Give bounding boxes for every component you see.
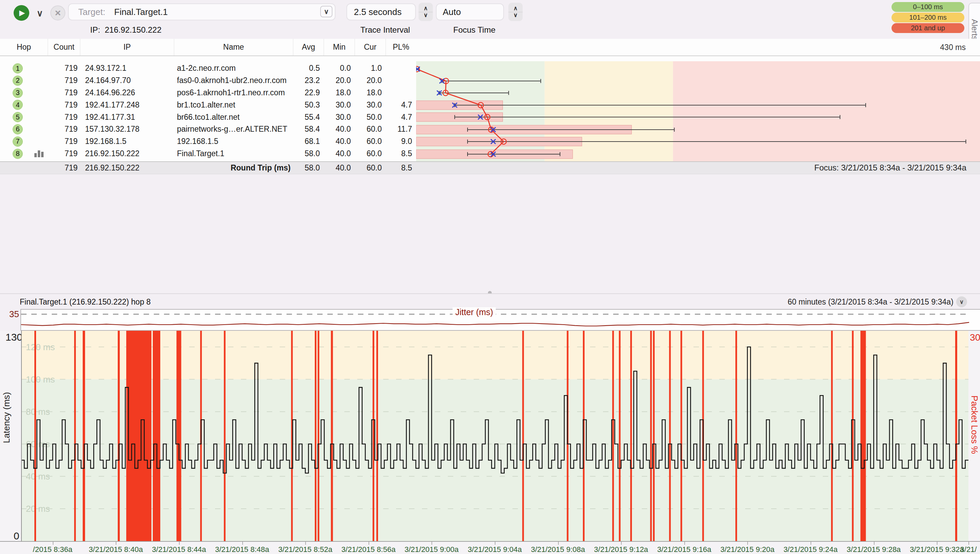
hop-count: 719 bbox=[48, 137, 80, 146]
hop-count: 719 bbox=[48, 76, 80, 85]
latency-timeline[interactable]: 130 0 Latency (ms) 30 Packet Loss % 120 … bbox=[0, 331, 980, 541]
bar-chart-icon[interactable] bbox=[34, 150, 43, 157]
focus-time-value: Auto bbox=[443, 7, 461, 18]
target-dropdown-button[interactable]: ∨ bbox=[320, 6, 332, 18]
hop-pl: 11.7 bbox=[386, 124, 416, 134]
y-axis-min-label: 0 bbox=[14, 530, 19, 542]
axis-tick-label: 3/21/2015 9:32a bbox=[910, 545, 964, 554]
table-row[interactable]: 8719216.92.150.222Final.Target.158.040.0… bbox=[0, 148, 416, 160]
hop-avg: 0.5 bbox=[293, 64, 324, 73]
table-row[interactable]: 271924.164.97.70fas0-0.akrnoh1-ubr2.neo.… bbox=[0, 75, 416, 87]
y-axis-max-label: 130 bbox=[5, 331, 22, 343]
hop-number-badge: 8 bbox=[13, 149, 23, 159]
axis-tick-label: 3/21/2015 9:04a bbox=[468, 545, 522, 554]
axis-tick-label: 3/21/2015 8:48a bbox=[215, 545, 269, 554]
table-row[interactable]: 7719192.168.1.5192.168.1.568.140.060.09.… bbox=[0, 135, 416, 148]
latency-plot[interactable]: 120 ms100 ms80 ms60 ms40 ms20 ms bbox=[21, 331, 969, 541]
stepper-up-icon[interactable]: ∧ bbox=[508, 5, 523, 12]
hop-name: br1.tco1.alter.net bbox=[174, 100, 293, 110]
stepper-down-icon[interactable]: ∨ bbox=[508, 12, 523, 19]
hop-min: 40.0 bbox=[324, 124, 355, 134]
axis-tick bbox=[684, 542, 685, 545]
col-header-pl: PL% bbox=[386, 39, 416, 56]
jitter-graph bbox=[21, 310, 980, 330]
hop-count: 719 bbox=[48, 149, 80, 158]
start-trace-button[interactable]: ▶ bbox=[14, 5, 29, 21]
jitter-strip[interactable] bbox=[21, 309, 980, 331]
col-header-min: Min bbox=[324, 39, 355, 56]
legend-pill-yellow: 101–200 ms bbox=[891, 13, 964, 22]
hop-pl: 9.0 bbox=[386, 137, 416, 146]
hop-number-badge: 3 bbox=[13, 88, 23, 98]
table-header: Hop Count IP Name Avg Min Cur PL% bbox=[0, 39, 980, 56]
timeline-range-label: 60 minutes (3/21/2015 8:34a - 3/21/2015 … bbox=[788, 298, 953, 307]
table-row[interactable]: 4719192.41.177.248br1.tco1.alter.net50.3… bbox=[0, 99, 416, 111]
play-icon: ▶ bbox=[19, 8, 25, 18]
ip-readout: IP: 216.92.150.222 bbox=[90, 25, 162, 35]
table-row[interactable]: 6719157.130.32.178pairnetworks-g…er.ALTE… bbox=[0, 123, 416, 135]
jitter-threshold-label: 35 bbox=[8, 309, 19, 320]
target-input-value: Final.Target.1 bbox=[115, 7, 168, 18]
axis-tick-label: 3/21/2015 9:08a bbox=[531, 545, 585, 554]
table-row[interactable]: 171924.93.172.1a1-2c.neo.rr.com0.50.01.0 bbox=[0, 62, 416, 75]
axis-tick bbox=[621, 542, 622, 545]
timeline-range-chevron-button[interactable]: ∨ bbox=[956, 296, 967, 307]
hop-pl: 4.7 bbox=[386, 113, 416, 122]
hop-avg: 55.4 bbox=[293, 113, 324, 122]
hop-min: 0.0 bbox=[324, 64, 355, 73]
hop-avg: 23.2 bbox=[293, 76, 324, 85]
col-header-hop: Hop bbox=[0, 39, 48, 56]
stop-trace-button[interactable]: × bbox=[50, 5, 65, 21]
axis-tick-label: 3/21/2015 9:16a bbox=[657, 545, 711, 554]
axis-tick bbox=[811, 542, 811, 545]
axis-tick bbox=[937, 542, 937, 545]
svg-text:40 ms: 40 ms bbox=[26, 471, 50, 482]
svg-text:20 ms: 20 ms bbox=[26, 504, 50, 514]
stepper-up-icon[interactable]: ∧ bbox=[418, 5, 433, 12]
hop-pl: 8.5 bbox=[386, 149, 416, 158]
trace-interval-stepper[interactable]: ∧ ∨ bbox=[418, 3, 433, 21]
pl-axis-title: Packet Loss % bbox=[969, 395, 980, 454]
axis-tick-label: 3/21/2015 9:20a bbox=[721, 545, 775, 554]
col-header-name: Name bbox=[174, 39, 293, 56]
trace-overview-graph[interactable] bbox=[416, 61, 980, 161]
focus-time-stepper[interactable]: ∧ ∨ bbox=[508, 3, 523, 21]
hop-number-badge: 2 bbox=[13, 76, 23, 86]
hop-avg: 50.3 bbox=[293, 100, 324, 110]
hop-count: 719 bbox=[48, 113, 80, 122]
hop-name: 192.168.1.5 bbox=[174, 137, 293, 146]
svg-text:120 ms: 120 ms bbox=[26, 342, 55, 352]
col-header-cur: Cur bbox=[355, 39, 386, 56]
table-row[interactable]: 5719192.41.177.31br66.tco1.alter.net55.4… bbox=[0, 111, 416, 123]
pingplotter-window: ▶ ∨ × Target: Final.Target.1 ∨ 2.5 secon… bbox=[0, 0, 980, 554]
trace-interval-input[interactable]: 2.5 seconds bbox=[347, 3, 416, 21]
trace-interval-value: 2.5 seconds bbox=[354, 7, 401, 18]
hop-cur: 50.0 bbox=[355, 113, 386, 122]
trace-options-chevron-icon[interactable]: ∨ bbox=[35, 8, 45, 18]
axis-tick-label: /2015 8:36a bbox=[33, 545, 73, 554]
hop-count: 719 bbox=[48, 88, 80, 97]
rt-min: 40.0 bbox=[324, 163, 355, 172]
rt-avg: 58.0 bbox=[293, 163, 324, 172]
hop-count: 719 bbox=[48, 64, 80, 73]
time-axis: /2015 8:36a3/21/2015 8:40a3/21/2015 8:44… bbox=[0, 541, 980, 554]
focus-time-input[interactable]: Auto bbox=[436, 3, 504, 21]
latency-legend: 0–100 ms 101–200 ms 201 and up bbox=[891, 2, 964, 33]
pl-axis-max-label: 30 bbox=[970, 332, 980, 343]
col-header-count: Count bbox=[48, 39, 80, 56]
stepper-down-icon[interactable]: ∨ bbox=[418, 12, 433, 19]
hop-cur: 60.0 bbox=[355, 137, 386, 146]
hop-min: 30.0 bbox=[324, 113, 355, 122]
target-input[interactable]: Target: Final.Target.1 ∨ bbox=[68, 3, 336, 21]
hop-cur: 60.0 bbox=[355, 149, 386, 158]
axis-tick-label: 3/21/ bbox=[960, 545, 977, 554]
axis-tick bbox=[969, 542, 969, 545]
table-row[interactable]: 371924.164.96.226pos6-1.akrnoh1-rtr1.neo… bbox=[0, 87, 416, 99]
hop-name: pos6-1.akrnoh1-rtr1.neo.rr.com bbox=[174, 88, 293, 97]
target-input-label: Target: bbox=[78, 7, 105, 18]
hop-ip: 24.164.96.226 bbox=[80, 88, 174, 97]
timeline-header: Final.Target.1 (216.92.150.222) hop 8 60… bbox=[0, 293, 980, 309]
axis-tick-label: 3/21/2015 8:52a bbox=[278, 545, 332, 554]
jitter-graph-label: Jitter (ms) bbox=[453, 307, 496, 317]
hop-ip: 24.164.97.70 bbox=[80, 76, 174, 85]
